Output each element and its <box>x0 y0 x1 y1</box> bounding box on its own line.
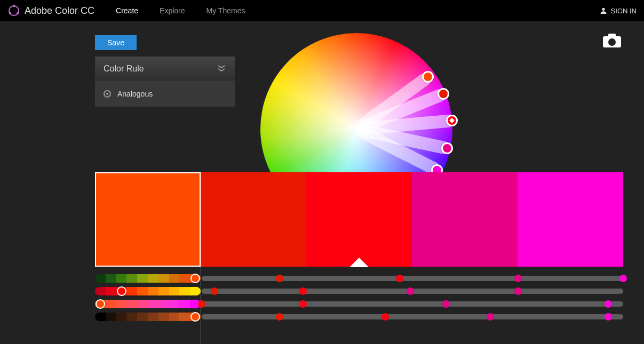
slider-knob-2-4[interactable] <box>514 287 522 295</box>
svg-rect-6 <box>608 34 616 37</box>
wheel-handle-1[interactable] <box>422 71 434 83</box>
slider-preview-2[interactable] <box>95 287 201 295</box>
signin-label: SIGN IN <box>611 7 637 15</box>
slider-knob-2-1[interactable] <box>211 287 218 295</box>
slider-track-4[interactable] <box>202 314 623 319</box>
topbar: Adobe Color CC Create Explore My Themes … <box>0 0 644 21</box>
workspace: Save Color Rule Analogous <box>0 21 644 344</box>
slider-knob-1-4[interactable] <box>619 275 627 282</box>
nav-mythemes[interactable]: My Themes <box>206 6 245 15</box>
slider-active-handle-3[interactable] <box>96 299 105 309</box>
swatch-4[interactable] <box>412 172 518 267</box>
save-label: Save <box>107 38 124 47</box>
slider-track-3[interactable] <box>202 301 623 307</box>
slider-active-handle-2[interactable] <box>117 286 126 296</box>
slider-knob-1-1[interactable] <box>276 275 283 282</box>
nav-explore[interactable]: Explore <box>160 6 185 15</box>
signin-link[interactable]: SIGN IN <box>599 6 637 15</box>
swatch-1[interactable] <box>95 172 201 267</box>
sliders-area <box>95 273 623 322</box>
swatch-5[interactable] <box>518 172 623 267</box>
svg-point-7 <box>608 38 616 46</box>
svg-point-2 <box>17 12 19 14</box>
wheel-handle-4[interactable] <box>441 142 453 154</box>
color-rule-panel: Color Rule Analogous <box>95 57 235 107</box>
slider-knob-1-2[interactable] <box>396 275 403 282</box>
slider-knob-4-4[interactable] <box>605 313 612 321</box>
slider-knob-4-1[interactable] <box>276 313 283 321</box>
slider-knob-2-2[interactable] <box>299 287 307 295</box>
slider-knob-2-3[interactable] <box>407 287 414 295</box>
slider-knob-4-2[interactable] <box>381 313 389 321</box>
svg-point-1 <box>13 5 15 7</box>
color-rule-title: Color Rule <box>104 64 144 74</box>
slider-preview-1[interactable] <box>95 274 201 283</box>
save-button[interactable]: Save <box>95 35 137 50</box>
slider-row-1 <box>95 273 623 284</box>
nav-create[interactable]: Create <box>116 6 138 15</box>
user-icon <box>599 6 608 15</box>
slider-row-2 <box>95 286 623 297</box>
slider-row-4 <box>95 311 623 322</box>
slider-knob-3-3[interactable] <box>442 300 450 308</box>
slider-active-handle-1[interactable] <box>190 274 200 283</box>
slider-knob-1-3[interactable] <box>514 275 522 282</box>
slider-track-1[interactable] <box>202 276 623 281</box>
color-rule-toggle[interactable]: Color Rule <box>95 57 235 81</box>
target-icon <box>104 90 111 98</box>
swatch-2[interactable] <box>201 172 306 267</box>
wheel-handle-3[interactable] <box>446 115 458 126</box>
main-nav: Create Explore My Themes <box>116 6 245 15</box>
base-swatch-arrow-icon <box>349 258 369 267</box>
color-rule-option[interactable]: Analogous <box>95 81 235 107</box>
slider-knob-4-3[interactable] <box>487 313 494 321</box>
svg-point-4 <box>602 8 605 11</box>
brand-icon <box>7 4 20 17</box>
swatch-row <box>95 172 623 267</box>
slider-active-handle-4[interactable] <box>190 312 200 322</box>
slider-preview-4[interactable] <box>95 313 201 321</box>
camera-button[interactable] <box>602 33 622 50</box>
slider-knob-3-1[interactable] <box>198 300 205 308</box>
slider-knob-3-4[interactable] <box>605 300 612 308</box>
camera-icon <box>602 33 622 48</box>
wheel-handle-2[interactable] <box>438 88 449 100</box>
slider-row-3 <box>95 299 623 309</box>
chevron-down-icon <box>217 63 226 75</box>
brand: Adobe Color CC <box>7 4 94 17</box>
brand-text: Adobe Color CC <box>25 5 94 17</box>
swatch-3[interactable] <box>306 172 412 267</box>
color-rule-value: Analogous <box>117 90 153 98</box>
slider-knob-3-2[interactable] <box>299 300 307 308</box>
slider-preview-3[interactable] <box>95 300 201 308</box>
svg-point-3 <box>9 12 11 14</box>
